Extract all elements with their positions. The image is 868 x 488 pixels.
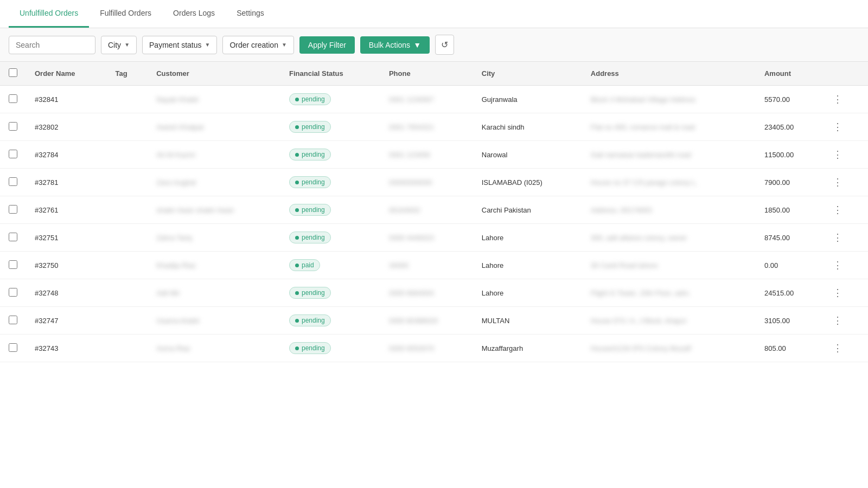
row-checkbox[interactable] <box>9 233 17 241</box>
row-city: Gujranwala <box>473 86 582 113</box>
status-dot <box>295 153 299 157</box>
row-phone: 00164002 <box>380 196 473 224</box>
row-more-button[interactable]: ⋮ <box>829 175 846 189</box>
row-checkbox-cell <box>0 307 26 335</box>
header-customer: Customer <box>148 62 280 86</box>
status-label: pending <box>302 151 325 158</box>
row-order-name: #32743 <box>26 335 107 362</box>
row-amount: 24515.00 <box>756 279 821 307</box>
row-phone: 03000000000 <box>380 169 473 196</box>
row-checkbox[interactable] <box>9 316 17 324</box>
city-dropdown[interactable]: City ▼ <box>101 36 137 54</box>
row-more-button[interactable]: ⋮ <box>829 258 846 272</box>
status-label: pending <box>302 234 325 241</box>
table-row: #32748 Adil Mir pending 0300 6664004 Lah… <box>0 279 868 307</box>
row-tag <box>107 252 148 279</box>
order-creation-dropdown[interactable]: Order creation ▼ <box>222 36 293 54</box>
row-city: Lahore <box>473 224 582 252</box>
row-address: Block 4 Mohabad Village Address <box>582 86 756 113</box>
header-phone: Phone <box>380 62 473 86</box>
row-more-button[interactable]: ⋮ <box>829 341 846 355</box>
row-more-cell: ⋮ <box>821 113 868 141</box>
row-city: Lahore <box>473 252 582 279</box>
payment-status-label: Payment status <box>149 41 202 49</box>
row-more-cell: ⋮ <box>821 86 868 113</box>
status-label: pending <box>302 289 325 297</box>
status-dot <box>295 291 299 295</box>
row-more-button[interactable]: ⋮ <box>829 286 846 300</box>
orders-table-container: Order Name Tag Customer Financial Status… <box>0 62 868 362</box>
table-row: #32784 Ali Ali Kazmi pending 0301 123456… <box>0 141 868 169</box>
row-checkbox-cell <box>0 279 26 307</box>
header-order-name: Order Name <box>26 62 107 86</box>
row-customer: Zara mughal <box>148 169 280 196</box>
row-customer: Awesh Khatpat <box>148 113 280 141</box>
status-label: paid <box>302 261 314 269</box>
status-dot <box>295 319 299 323</box>
table-row: #32841 Nayab Khalid pending 0301 1234567… <box>0 86 868 113</box>
tab-orders-logs[interactable]: Orders Logs <box>162 0 226 28</box>
row-city: Carchi Pakistan <box>473 196 582 224</box>
row-checkbox[interactable] <box>9 343 17 352</box>
row-city: ISLAMABAD (I025) <box>473 169 582 196</box>
row-checkbox-cell <box>0 169 26 196</box>
row-tag <box>107 113 148 141</box>
row-more-button[interactable]: ⋮ <box>829 230 846 245</box>
row-checkbox[interactable] <box>9 94 17 103</box>
row-checkbox[interactable] <box>9 288 17 297</box>
order-creation-arrow: ▼ <box>282 42 287 48</box>
row-amount: 0.00 <box>756 252 821 279</box>
apply-filter-button[interactable]: Apply Filter <box>299 36 355 54</box>
tab-fulfilled[interactable]: Fulfilled Orders <box>89 0 162 28</box>
payment-status-arrow: ▼ <box>205 42 210 48</box>
status-label: pending <box>302 95 325 103</box>
row-checkbox[interactable] <box>9 260 17 269</box>
row-order-name: #32751 <box>26 224 107 252</box>
row-customer: Nayab Khalid <box>148 86 280 113</box>
row-checkbox[interactable] <box>9 177 17 186</box>
tab-settings[interactable]: Settings <box>226 0 275 28</box>
row-order-name: #32761 <box>26 196 107 224</box>
row-more-cell: ⋮ <box>821 279 868 307</box>
row-checkbox[interactable] <box>9 122 17 131</box>
payment-status-dropdown[interactable]: Payment status ▼ <box>142 36 217 54</box>
status-label: pending <box>302 123 325 131</box>
row-financial-status: pending <box>280 141 380 169</box>
table-row: #32761 shakir Awan shakir Awan pending 0… <box>0 196 868 224</box>
row-amount: 23405.00 <box>756 113 821 141</box>
table-row: #32743 Asma Riaz pending 0300 6552670 Mu… <box>0 335 868 362</box>
row-phone: 0301 1234567 <box>380 86 473 113</box>
bulk-actions-label: Bulk Actions <box>369 41 410 49</box>
header-amount: Amount <box>756 62 821 86</box>
row-order-name: #32748 <box>26 279 107 307</box>
tab-unfulfilled[interactable]: Unfulfilled Orders <box>9 0 89 28</box>
row-financial-status: pending <box>280 113 380 141</box>
row-amount: 5570.00 <box>756 86 821 113</box>
select-all-checkbox[interactable] <box>9 68 17 77</box>
row-tag <box>107 86 148 113</box>
row-more-cell: ⋮ <box>821 196 868 224</box>
row-more-cell: ⋮ <box>821 335 868 362</box>
bulk-actions-button[interactable]: Bulk Actions ▼ <box>360 36 430 54</box>
table-row: #32750 Khadija Riaz paid 34000 Lahore 30… <box>0 252 868 279</box>
row-city: Karachi sindh <box>473 113 582 141</box>
refresh-button[interactable]: ↺ <box>435 35 454 55</box>
row-checkbox[interactable] <box>9 205 17 214</box>
row-more-button[interactable]: ⋮ <box>829 147 846 162</box>
status-label: pending <box>302 344 325 352</box>
row-more-button[interactable]: ⋮ <box>829 92 846 106</box>
row-checkbox[interactable] <box>9 150 17 158</box>
row-tag <box>107 169 148 196</box>
row-checkbox-cell <box>0 141 26 169</box>
search-input[interactable] <box>9 36 95 54</box>
row-tag <box>107 196 148 224</box>
row-financial-status: pending <box>280 335 380 362</box>
row-more-button[interactable]: ⋮ <box>829 120 846 134</box>
row-more-button[interactable]: ⋮ <box>829 203 846 217</box>
row-address: 30 Cantt Road lahore <box>582 252 756 279</box>
row-amount: 11500.00 <box>756 141 821 169</box>
row-city: MULTAN <box>473 307 582 335</box>
row-phone: 0300 6552670 <box>380 335 473 362</box>
row-more-button[interactable]: ⋮ <box>829 313 846 328</box>
row-order-name: #32781 <box>26 169 107 196</box>
